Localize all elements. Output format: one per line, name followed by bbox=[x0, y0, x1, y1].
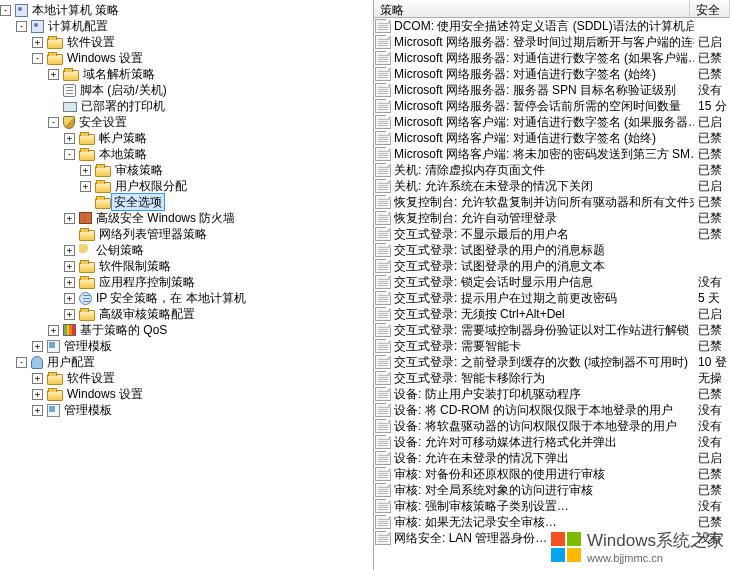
tree-node[interactable]: +公钥策略 bbox=[0, 242, 373, 258]
policy-row[interactable]: 恢复控制台: 允许自动管理登录已禁 bbox=[374, 210, 730, 226]
expand-icon[interactable]: + bbox=[32, 405, 43, 416]
policy-row[interactable]: 恢复控制台: 允许软盘复制并访问所有驱动器和所有文件夹已禁 bbox=[374, 194, 730, 210]
expand-icon[interactable]: + bbox=[64, 245, 75, 256]
folder-icon bbox=[79, 150, 95, 161]
tree-node[interactable]: +高级审核策略配置 bbox=[0, 306, 373, 322]
policy-row[interactable]: 关机: 清除虚拟内存页面文件已禁 bbox=[374, 162, 730, 178]
policy-doc-icon bbox=[375, 195, 391, 209]
tree-node[interactable]: 脚本 (启动/关机) bbox=[0, 82, 373, 98]
expand-icon[interactable]: + bbox=[64, 309, 75, 320]
policy-row[interactable]: 设备: 防止用户安装打印机驱动程序已禁 bbox=[374, 386, 730, 402]
tree-node[interactable]: +软件限制策略 bbox=[0, 258, 373, 274]
policy-name: Microsoft 网络服务器: 服务器 SPN 目标名称验证级别 bbox=[394, 82, 694, 98]
policy-row[interactable]: Microsoft 网络服务器: 登录时间过期后断开与客户端的连接已启 bbox=[374, 34, 730, 50]
tree-node[interactable]: 已部署的打印机 bbox=[0, 98, 373, 114]
expand-icon[interactable]: + bbox=[32, 37, 43, 48]
policy-row[interactable]: 交互式登录: 需要域控制器身份验证以对工作站进行解锁已禁 bbox=[374, 322, 730, 338]
expand-icon[interactable]: + bbox=[48, 69, 59, 80]
tree-node[interactable]: +IP 安全策略，在 本地计算机 bbox=[0, 290, 373, 306]
policy-name: 审核: 强制审核策略子类别设置… bbox=[394, 498, 694, 514]
policy-row[interactable]: 网络安全: LAN 管理器身份…没有 bbox=[374, 530, 730, 546]
tree-node[interactable]: +帐户策略 bbox=[0, 130, 373, 146]
policy-row[interactable]: Microsoft 网络服务器: 对通信进行数字签名 (始终)已禁 bbox=[374, 66, 730, 82]
expand-icon[interactable]: + bbox=[32, 341, 43, 352]
policy-setting: 已启 bbox=[694, 34, 730, 50]
policy-name: 交互式登录: 试图登录的用户的消息文本 bbox=[394, 258, 694, 274]
policy-row[interactable]: 交互式登录: 试图登录的用户的消息文本 bbox=[374, 258, 730, 274]
policy-row[interactable]: 交互式登录: 智能卡移除行为无操 bbox=[374, 370, 730, 386]
tree-node[interactable]: +管理模板 bbox=[0, 402, 373, 418]
policy-row[interactable]: 设备: 允许在未登录的情况下弹出已启 bbox=[374, 450, 730, 466]
tree-node-label: 本地计算机 策略 bbox=[31, 2, 119, 18]
policy-row[interactable]: Microsoft 网络服务器: 服务器 SPN 目标名称验证级别没有 bbox=[374, 82, 730, 98]
policy-row[interactable]: 审核: 强制审核策略子类别设置…没有 bbox=[374, 498, 730, 514]
expand-icon[interactable]: + bbox=[32, 373, 43, 384]
policy-name: Microsoft 网络服务器: 对通信进行数字签名 (始终) bbox=[394, 66, 694, 82]
policy-row[interactable]: 关机: 允许系统在未登录的情况下关闭已启 bbox=[374, 178, 730, 194]
tree-node-label: 软件设置 bbox=[66, 370, 115, 386]
tree-node[interactable]: +应用程序控制策略 bbox=[0, 274, 373, 290]
policy-row[interactable]: Microsoft 网络服务器: 暂停会话前所需的空闲时间数量15 分 bbox=[374, 98, 730, 114]
folder-icon bbox=[47, 38, 63, 49]
policy-name: 交互式登录: 需要智能卡 bbox=[394, 338, 694, 354]
tree-node[interactable]: +用户权限分配 bbox=[0, 178, 373, 194]
collapse-icon[interactable]: - bbox=[32, 53, 43, 64]
tree-node[interactable]: -Windows 设置 bbox=[0, 50, 373, 66]
policy-row[interactable]: DCOM: 使用安全描述符定义语言 (SDDL)语法的计算机启动限制 bbox=[374, 18, 730, 34]
tree-node[interactable]: -本地计算机 策略 bbox=[0, 2, 373, 18]
tree-node[interactable]: +高级安全 Windows 防火墙 bbox=[0, 210, 373, 226]
policy-row[interactable]: Microsoft 网络客户端: 对通信进行数字签名 (如果服务器…已启 bbox=[374, 114, 730, 130]
policy-row[interactable]: 交互式登录: 无须按 Ctrl+Alt+Del已启 bbox=[374, 306, 730, 322]
expand-icon[interactable]: + bbox=[80, 165, 91, 176]
tree-node[interactable]: +软件设置 bbox=[0, 34, 373, 50]
tree-node[interactable]: -安全设置 bbox=[0, 114, 373, 130]
collapse-icon[interactable]: - bbox=[64, 149, 75, 160]
tree-node[interactable]: -本地策略 bbox=[0, 146, 373, 162]
expand-icon[interactable]: + bbox=[64, 133, 75, 144]
tree-node[interactable]: 网络列表管理器策略 bbox=[0, 226, 373, 242]
expand-icon[interactable]: + bbox=[64, 261, 75, 272]
tree-node[interactable]: +审核策略 bbox=[0, 162, 373, 178]
policy-row[interactable]: Microsoft 网络客户端: 将未加密的密码发送到第三方 SM…已禁 bbox=[374, 146, 730, 162]
collapse-icon[interactable]: - bbox=[48, 117, 59, 128]
column-header-policy[interactable]: 策略 bbox=[374, 0, 690, 17]
policy-row[interactable]: 设备: 将 CD-ROM 的访问权限仅限于本地登录的用户没有 bbox=[374, 402, 730, 418]
collapse-icon[interactable]: - bbox=[16, 21, 27, 32]
collapse-icon[interactable]: - bbox=[0, 5, 11, 16]
policy-row[interactable]: 审核: 对全局系统对象的访问进行审核已禁 bbox=[374, 482, 730, 498]
policy-row[interactable]: Microsoft 网络客户端: 对通信进行数字签名 (始终)已禁 bbox=[374, 130, 730, 146]
policy-setting: 已禁 bbox=[694, 66, 730, 82]
policy-setting: 已禁 bbox=[694, 210, 730, 226]
policy-row[interactable]: 设备: 允许对可移动媒体进行格式化并弹出没有 bbox=[374, 434, 730, 450]
policy-doc-icon bbox=[375, 227, 391, 241]
tree-node[interactable]: +Windows 设置 bbox=[0, 386, 373, 402]
expand-icon[interactable]: + bbox=[64, 213, 75, 224]
policy-row[interactable]: 交互式登录: 不显示最后的用户名已禁 bbox=[374, 226, 730, 242]
policy-row[interactable]: 交互式登录: 之前登录到缓存的次数 (域控制器不可用时)10 登 bbox=[374, 354, 730, 370]
expand-icon[interactable]: + bbox=[64, 277, 75, 288]
tree-node[interactable]: -用户配置 bbox=[0, 354, 373, 370]
policy-row[interactable]: 审核: 如果无法记录安全审核…已禁 bbox=[374, 514, 730, 530]
policy-row[interactable]: 交互式登录: 提示用户在过期之前更改密码5 天 bbox=[374, 290, 730, 306]
policy-row[interactable]: 交互式登录: 试图登录的用户的消息标题 bbox=[374, 242, 730, 258]
policy-row[interactable]: 交互式登录: 需要智能卡已禁 bbox=[374, 338, 730, 354]
policy-doc-icon bbox=[375, 83, 391, 97]
tree-node[interactable]: +管理模板 bbox=[0, 338, 373, 354]
tree-node[interactable]: -计算机配置 bbox=[0, 18, 373, 34]
tree-node[interactable]: +软件设置 bbox=[0, 370, 373, 386]
tree-node[interactable]: +基于策略的 QoS bbox=[0, 322, 373, 338]
tree-node[interactable]: 安全选项 bbox=[0, 194, 373, 210]
policy-row[interactable]: 审核: 对备份和还原权限的使用进行审核已禁 bbox=[374, 466, 730, 482]
expand-icon[interactable]: + bbox=[32, 389, 43, 400]
policy-row[interactable]: 设备: 将软盘驱动器的访问权限仅限于本地登录的用户没有 bbox=[374, 418, 730, 434]
expand-icon[interactable]: + bbox=[64, 293, 75, 304]
policy-row[interactable]: 交互式登录: 锁定会话时显示用户信息没有 bbox=[374, 274, 730, 290]
tree-node-label: 计算机配置 bbox=[47, 18, 108, 34]
tree-node[interactable]: +域名解析策略 bbox=[0, 66, 373, 82]
expand-icon[interactable]: + bbox=[80, 181, 91, 192]
column-header-setting[interactable]: 安全 bbox=[690, 0, 730, 17]
policy-doc-icon bbox=[375, 323, 391, 337]
policy-row[interactable]: Microsoft 网络服务器: 对通信进行数字签名 (如果客户端…已禁 bbox=[374, 50, 730, 66]
expand-icon[interactable]: + bbox=[48, 325, 59, 336]
collapse-icon[interactable]: - bbox=[16, 357, 27, 368]
